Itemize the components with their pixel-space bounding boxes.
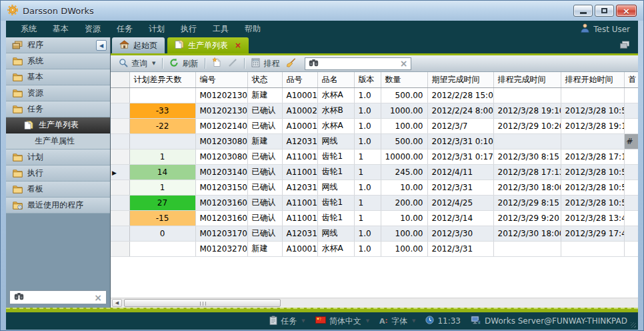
table-row[interactable]: 1M012030802已确认A11001齿轮1110000.002012/3/3… [111,149,638,164]
cell-expect[interactable]: 2012/2/24 8:00 [427,103,493,118]
cell-sched_end[interactable]: 2012/3/28 19:10 [493,103,561,118]
cell-part_no[interactable]: A12031 [282,133,317,149]
schedule-button[interactable]: 排程 [248,57,283,71]
cell-version[interactable]: 1.0 [354,226,381,241]
cell-status[interactable]: 已确认 [247,226,282,241]
cell-sched_end[interactable]: 2012/3/29 9:20 [493,210,561,226]
cell-extra[interactable] [624,118,638,133]
cell-extra[interactable] [624,195,638,210]
cell-id[interactable]: M012031601 [195,195,247,210]
cell-status[interactable]: 已确认 [247,149,282,164]
cell-id[interactable]: M012021301 [195,87,247,103]
cell-qty[interactable]: 100.00 [381,226,427,241]
cell-sched_end[interactable] [493,133,561,149]
table-row[interactable]: 1M012031501已确认A12031网线1.010.002012/3/312… [111,180,638,195]
cell-diff[interactable]: 1 [129,180,195,195]
cell-status[interactable]: 新建 [247,241,282,256]
cell-version[interactable]: 1.0 [354,87,381,103]
column-header-10[interactable]: 首 [624,72,638,87]
task-menu[interactable]: 任务 ▼ [269,316,305,327]
cell-sched_end[interactable]: 2012/3/30 18:00 [493,180,561,195]
menu-item-0[interactable]: 系统 [13,21,45,37]
cell-version[interactable]: 1 [354,149,381,164]
cell-sched_start[interactable] [561,133,624,149]
cell-part_no[interactable]: A12031 [282,226,317,241]
cell-qty[interactable]: 1000.00 [381,103,427,118]
sidebar-item-1[interactable]: 基本 [6,69,110,85]
cell-qty[interactable]: 10.00 [381,180,427,195]
column-header-3[interactable]: 品号 [282,72,317,87]
cell-expect[interactable]: 2012/3/7 [427,118,493,133]
column-header-6[interactable]: 数量 [381,72,427,87]
query-button[interactable]: 查询 ▼ [115,57,159,71]
cell-qty[interactable]: 500.00 [381,133,427,149]
menu-item-4[interactable]: 计划 [141,21,173,37]
cell-qty[interactable]: 10000.00 [381,149,427,164]
refresh-button[interactable]: 刷新 [166,57,201,71]
cell-diff[interactable]: 27 [129,195,195,210]
cell-qty[interactable]: 100.00 [381,241,427,256]
cell-diff[interactable] [129,87,195,103]
column-header-5[interactable]: 版本 [354,72,381,87]
tab-1[interactable]: 生产单列表× [167,37,249,53]
cell-part_no[interactable]: A10001 [282,118,317,133]
menu-item-6[interactable]: 工具 [205,21,237,37]
cell-status[interactable]: 已确认 [247,164,282,180]
cell-part_no[interactable]: A11001 [282,164,317,180]
sidebar-item-3[interactable]: 任务 [6,101,110,117]
tab-close-icon[interactable]: × [235,41,241,49]
sidebar-item-9[interactable]: 最近使用的程序 [6,198,110,214]
menu-item-2[interactable]: 资源 [77,21,109,37]
cell-id[interactable]: M012030802 [195,149,247,164]
column-header-4[interactable]: 品名 [317,72,354,87]
column-header-2[interactable]: 状态 [247,72,282,87]
cell-part_name[interactable]: 齿轮1 [317,210,354,226]
cell-qty[interactable]: 200.00 [381,195,427,210]
cell-extra[interactable] [624,164,638,180]
cell-part_no[interactable]: A10001 [282,241,317,256]
sidebar-item-5[interactable]: 生产单属性 [6,133,110,149]
cell-sched_end[interactable]: 2012/3/30 18:00 [493,226,561,241]
row-indicator-cell[interactable] [111,226,129,241]
cell-expect[interactable]: 2012/4/25 [427,195,493,210]
sidebar-collapse-button[interactable]: ◀ [96,40,107,51]
table-row[interactable]: -15M012031602已确认A11001齿轮1110.002012/3/14… [111,210,638,226]
cell-expect[interactable]: 2012/3/30 [427,226,493,241]
cell-sched_start[interactable]: 2012/3/28 10:52 [561,164,624,180]
sidebar-search-input[interactable] [28,293,90,302]
row-indicator-cell[interactable] [111,133,129,149]
cell-sched_start[interactable]: 2012/3/28 17:13 [561,149,624,164]
cell-qty[interactable]: 10.00 [381,210,427,226]
cell-part_name[interactable]: 水杯A [317,118,354,133]
scroll-left-icon[interactable]: ◀ [112,299,122,307]
cell-version[interactable]: 1.0 [354,133,381,149]
row-indicator-cell[interactable]: ▶ [111,164,129,180]
cell-version[interactable]: 1 [354,210,381,226]
cell-id[interactable]: M012031402 [195,164,247,180]
cell-diff[interactable]: -15 [129,210,195,226]
menu-item-5[interactable]: 执行 [173,21,205,37]
cell-part_name[interactable]: 水杯A [317,241,354,256]
cell-status[interactable]: 新建 [247,133,282,149]
cell-extra[interactable] [624,103,638,118]
edit-button[interactable] [225,57,241,71]
cell-sched_start[interactable]: 2012/3/29 17:46 [561,226,624,241]
cell-version[interactable]: 1.0 [354,103,381,118]
cell-part_name[interactable]: 齿轮1 [317,164,354,180]
table-row[interactable]: ▶14M012031402已确认A11001齿轮11245.002012/4/1… [111,164,638,180]
column-header-1[interactable]: 编号 [195,72,247,87]
cell-part_no[interactable]: A11001 [282,149,317,164]
cell-expect[interactable]: 2012/3/31 [427,180,493,195]
cell-extra[interactable] [624,210,638,226]
column-header-8[interactable]: 排程完成时间 [493,72,561,87]
table-row[interactable]: M012030801新建A12031网线1.0500.002012/3/31 0… [111,133,638,149]
row-indicator-cell[interactable] [111,87,129,103]
maximize-button[interactable] [595,5,614,17]
cell-id[interactable]: M012031602 [195,210,247,226]
tab-0[interactable]: 起始页 [112,37,165,53]
cell-id[interactable]: M012030801 [195,133,247,149]
cell-version[interactable]: 1.0 [354,118,381,133]
menu-item-1[interactable]: 基本 [45,21,77,37]
horizontal-scrollbar[interactable]: ◀ [111,298,638,308]
cell-sched_end[interactable]: 2012/3/30 8:15 [493,149,561,164]
